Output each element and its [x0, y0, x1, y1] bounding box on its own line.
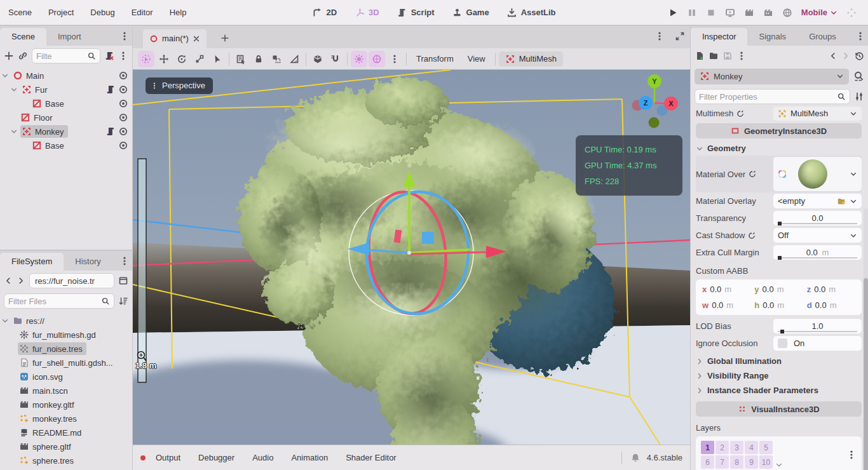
scale-mode-button[interactable] — [191, 51, 208, 67]
file-row[interactable]: sphere.gltf — [1, 440, 131, 453]
remote-debug-button[interactable] — [725, 8, 735, 18]
file-row[interactable]: fur_shell_multi.gdsh... — [1, 356, 131, 370]
layer-cell[interactable]: 9 — [745, 455, 758, 469]
resource-menu-icon[interactable] — [736, 51, 747, 61]
property-material-overlay[interactable]: Material Overlay <empty — [696, 192, 862, 210]
ruler-button[interactable] — [286, 51, 302, 67]
property-filter-input[interactable] — [699, 92, 837, 102]
history-back-button[interactable] — [829, 51, 837, 60]
history-icon[interactable] — [854, 51, 864, 61]
nav-forward-button[interactable] — [17, 276, 25, 285]
select-mode-button[interactable] — [138, 51, 154, 67]
edited-node-dropdown[interactable]: Monkey — [695, 69, 849, 84]
custom-aabb-fields[interactable]: x0.0m y0.0m z0.0m w0.0m h0.0m d0.0m — [696, 279, 862, 315]
menu-project[interactable]: Project — [40, 0, 82, 25]
sort-files-button[interactable] — [118, 296, 128, 306]
scene-tabs-menu-icon[interactable] — [654, 31, 665, 41]
file-row[interactable]: fur_multimesh.gd — [1, 328, 131, 342]
layer-cell[interactable]: 10 — [759, 455, 773, 469]
visibility-icon[interactable] — [118, 126, 128, 137]
visibility-icon[interactable] — [118, 70, 128, 81]
transparency-slider[interactable] — [778, 223, 857, 224]
axis-value[interactable]: 0.0 — [710, 285, 721, 294]
property-ignore-occlusion[interactable]: Ignore Occlusion On — [696, 335, 862, 352]
workspace-script[interactable]: Script — [391, 5, 441, 20]
inspector-tools-icon[interactable] — [854, 91, 864, 102]
perspective-menu[interactable]: Perspective — [146, 77, 213, 94]
file-row[interactable]: monkey.tres — [1, 412, 131, 426]
local-space-button[interactable] — [309, 51, 326, 67]
3d-viewport[interactable]: Perspective CPU Time: 0.19 ms GPU Time: … — [133, 70, 690, 445]
tree-node-floor[interactable]: Floor — [1, 111, 131, 124]
layer-cell[interactable]: 6 — [701, 455, 714, 469]
load-resource-button[interactable] — [709, 51, 719, 61]
layer-cell[interactable]: 4 — [745, 441, 758, 454]
axis-value[interactable]: 0.0 — [763, 300, 774, 310]
scene-tree-menu-icon[interactable] — [118, 51, 128, 61]
menu-debug[interactable]: Debug — [82, 0, 123, 25]
axis-value[interactable]: 0.0 — [815, 300, 827, 310]
pause-button[interactable] — [687, 8, 697, 18]
expand-viewport-icon[interactable] — [675, 31, 685, 41]
new-resource-button[interactable] — [695, 51, 705, 61]
section-visibility-range[interactable]: Visibility Range — [696, 368, 862, 383]
sun-env-menu-button[interactable] — [386, 51, 403, 67]
tab-signals[interactable]: Signals — [747, 28, 797, 46]
file-row[interactable]: sphere.tres — [1, 453, 131, 467]
section-geometry[interactable]: Geometry — [696, 141, 862, 156]
tab-groups[interactable]: Groups — [797, 28, 848, 46]
tree-node-main[interactable]: Main — [1, 69, 131, 83]
axis-value[interactable]: 0.0 — [814, 285, 825, 294]
visibility-icon[interactable] — [118, 98, 128, 109]
script-icon[interactable] — [105, 84, 116, 95]
folder-res-root[interactable]: res:// — [1, 314, 131, 328]
tree-node-base2[interactable]: Base — [1, 138, 131, 152]
checkbox[interactable] — [778, 339, 787, 348]
property-material-override[interactable]: Material Over — [696, 156, 862, 192]
scene-tab-main[interactable]: main(*) — [143, 29, 207, 48]
dock-menu-icon[interactable] — [119, 31, 130, 41]
tab-scene[interactable]: Scene — [0, 28, 46, 46]
tree-node-monkey[interactable]: Monkey — [1, 124, 131, 138]
dock-menu-icon[interactable] — [855, 31, 865, 41]
scene-filter-input[interactable] — [36, 51, 87, 61]
quick-load-icon[interactable] — [837, 197, 846, 206]
menu-editor[interactable]: Editor — [123, 0, 161, 25]
cull-margin-slider[interactable] — [778, 257, 857, 258]
material-preview-sphere[interactable] — [798, 159, 827, 189]
property-transparency[interactable]: Transparency 0.0 — [696, 210, 862, 227]
bottom-tab-audio[interactable]: Audio — [245, 453, 281, 462]
bottom-tab-shader-editor[interactable]: Shader Editor — [338, 453, 404, 462]
new-scene-tab-button[interactable] — [215, 30, 234, 48]
notifications-bell-icon[interactable] — [630, 453, 641, 463]
property-lod-bias[interactable]: LOD Bias 1.0 — [696, 318, 862, 335]
file-row[interactable]: README.md — [1, 426, 131, 440]
layers-editor[interactable]: 1 2 3 4 5 6 7 8 9 10 — [696, 436, 862, 470]
revert-icon[interactable] — [747, 231, 756, 240]
current-path[interactable]: res://fur_noise.tr — [29, 273, 114, 288]
tree-node-base[interactable]: Base — [1, 97, 131, 111]
property-extra-cull-margin[interactable]: Extra Cull Margin 0.0 m — [696, 244, 862, 261]
renderer-icon[interactable] — [782, 8, 792, 18]
layers-menu-icon[interactable] — [846, 450, 857, 460]
preview-environment-button[interactable] — [369, 51, 385, 67]
save-resource-button[interactable] — [722, 51, 733, 61]
visibility-icon[interactable] — [118, 84, 128, 95]
dock-menu-icon[interactable] — [119, 256, 130, 266]
revert-icon[interactable] — [748, 170, 757, 178]
inspector-scrollbar[interactable] — [864, 208, 868, 470]
tab-filesystem[interactable]: FileSystem — [0, 253, 64, 271]
layer-cell[interactable]: 8 — [730, 455, 743, 469]
collapse-icon[interactable] — [10, 86, 18, 93]
file-row-selected[interactable]: fur_noise.tres — [1, 342, 131, 356]
file-row[interactable]: icon.svg — [1, 370, 131, 384]
nav-back-button[interactable] — [4, 276, 13, 285]
open-docs-button[interactable] — [853, 70, 864, 82]
workspace-game[interactable]: Game — [446, 5, 496, 20]
axis-value[interactable]: 0.0 — [712, 300, 723, 310]
tree-node-fur[interactable]: Fur — [1, 83, 131, 97]
scene-filter[interactable] — [32, 48, 100, 64]
files-filter[interactable] — [4, 293, 114, 309]
list-select-button[interactable] — [209, 51, 226, 67]
layer-cell[interactable]: 5 — [759, 441, 773, 454]
